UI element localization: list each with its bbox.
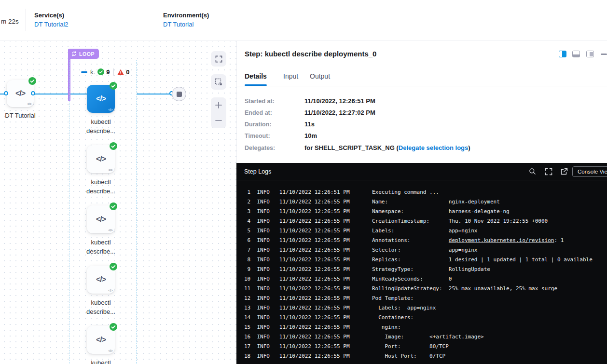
log-message: Selector: app=nginx — [372, 247, 478, 253]
count-divider — [113, 68, 114, 76]
log-line: 7 INFO 11/10/2022 12:26:55 PM Selector: … — [244, 245, 607, 255]
minimize-panel-button[interactable] — [601, 54, 607, 55]
tab-input[interactable]: Input — [283, 72, 298, 80]
step-details-panel: Step: kubectl describe deployments_0 Det… — [236, 41, 607, 163]
success-badge-icon — [110, 142, 117, 150]
layout-right-panel-button[interactable] — [559, 51, 566, 57]
tab-details[interactable]: Details — [245, 72, 267, 80]
detail-label: Duration: — [245, 121, 272, 128]
zoom-out-button[interactable] — [215, 117, 222, 124]
log-line: 5 INFO 11/10/2022 12:26:55 PM Labels: ap… — [244, 226, 607, 236]
log-line: 12 INFO 11/10/2022 12:26:55 PM Pod Templ… — [244, 294, 607, 303]
script-step-icon: </> — [96, 155, 106, 163]
pipeline-graph-canvas[interactable]: </> </> DT Tutorial LOOP k. 9 0 </> </> — [0, 41, 236, 364]
service-link[interactable]: DT Tutorial2 — [34, 21, 69, 28]
open-in-new-tab-icon[interactable] — [560, 168, 568, 175]
log-message: Image: <+artifact.image> — [372, 334, 484, 340]
log-line-prefix: 7 INFO 11/10/2022 12:26:55 PM — [244, 247, 372, 253]
log-line: 11 INFO 11/10/2022 12:26:55 PM RollingUp… — [244, 284, 607, 294]
step-node-kubectl-describe-0[interactable]: </> </> — [87, 85, 115, 113]
step-node-kubectl-describe-4[interactable]: </> </> — [87, 326, 115, 354]
success-badge-icon — [28, 77, 36, 85]
step-title: Step: kubectl describe deployments_0 — [245, 50, 376, 58]
log-line: 4 INFO 11/10/2022 12:26:55 PM CreationTi… — [244, 216, 607, 226]
log-line: 10 INFO 11/10/2022 12:26:55 PM MinReadyS… — [244, 274, 607, 284]
environment-link[interactable]: DT Tutorial — [163, 21, 193, 28]
script-step-icon: </> — [96, 215, 106, 224]
marquee-select-button[interactable] — [211, 74, 226, 90]
step-node-kubectl-describe-3[interactable]: </> </> — [87, 266, 115, 294]
layout-fill — [590, 52, 593, 56]
delegate-selection-logs-link[interactable]: Delegate selection logs — [399, 144, 469, 151]
log-line: 15 INFO 11/10/2022 12:26:55 PM nginx: — [244, 323, 607, 332]
log-line: 17 INFO 11/10/2022 12:26:55 PM Port: 80/… — [244, 342, 607, 351]
success-badge-icon — [110, 82, 117, 90]
log-message: Labels: app=nginx — [372, 228, 478, 234]
log-line-prefix: 14 INFO 11/10/2022 12:26:55 PM — [244, 314, 372, 321]
log-body: 1 INFO 11/10/2022 12:26:51 PM Executing … — [236, 180, 607, 364]
layout-right-column-button[interactable] — [586, 51, 594, 57]
collapse-group-button[interactable] — [81, 71, 87, 73]
stage-duration: m 22s — [1, 18, 19, 25]
harness-pipeline-execution-view: { "icons": { "code": "</>" }, "colors": … — [0, 0, 607, 364]
group-name: k. — [90, 68, 95, 76]
log-line: 8 INFO 11/10/2022 12:26:55 PM Replicas: … — [244, 255, 607, 265]
loop-badge[interactable]: LOOP — [68, 49, 99, 59]
layout-bottom-panel-button[interactable] — [572, 51, 580, 57]
zoom-controls — [211, 97, 226, 128]
step-logs-header: Step Logs Console View — [236, 163, 607, 180]
success-badge-icon — [110, 263, 117, 270]
layout-fill — [573, 54, 579, 57]
step-node-kubectl-describe-1[interactable]: </> </> — [87, 145, 115, 173]
fullscreen-canvas-button[interactable] — [211, 51, 226, 67]
step-label: kubectldescribe... — [78, 358, 124, 364]
script-step-icon: </> — [96, 94, 106, 103]
script-watermark-icon: </> — [108, 349, 112, 352]
log-message: : 1 — [554, 237, 564, 243]
log-line-prefix: 12 INFO 11/10/2022 12:26:55 PM — [244, 295, 372, 301]
zoom-in-button[interactable] — [215, 101, 222, 109]
script-watermark-icon: </> — [108, 168, 112, 172]
log-line-prefix: 13 INFO 11/10/2022 12:26:55 PM — [244, 305, 372, 311]
environments-label: Environment(s) — [163, 12, 209, 19]
services-label: Service(s) — [34, 12, 64, 19]
log-line-prefix: 5 INFO 11/10/2022 12:26:55 PM — [244, 228, 372, 234]
warning-count-icon — [117, 69, 124, 75]
delegates-prefix: for SHELL_SCRIPT_TASK_NG ( — [304, 144, 399, 151]
script-step-icon: </> — [15, 89, 25, 98]
log-message: RollingUpdateStrategy: 25% max unavailab… — [372, 285, 557, 292]
log-line: 6 INFO 11/10/2022 12:26:55 PM Annotation… — [244, 236, 607, 245]
log-message: Name: nginx-deployment — [372, 199, 500, 205]
connector-line — [137, 94, 172, 94]
log-line: 2 INFO 11/10/2022 12:26:55 PM Name: ngin… — [244, 197, 607, 207]
search-logs-icon[interactable] — [529, 168, 536, 175]
warning-count: 0 — [126, 68, 129, 76]
detail-value: 11/10/2022, 12:27:02 PM — [304, 109, 375, 116]
log-message: Replicas: 1 desired | 1 updated | 1 tota… — [372, 256, 593, 263]
log-link[interactable]: deployment.kubernetes.io/revision — [449, 237, 554, 243]
layout-fill — [562, 51, 566, 57]
start-step-node[interactable]: </> </> — [7, 80, 34, 107]
step-node-kubectl-describe-2[interactable]: </> </> — [87, 205, 115, 233]
log-line-prefix: 10 INFO 11/10/2022 12:26:55 PM — [244, 276, 372, 282]
log-message: Namespace: harness-delegate-ng — [372, 208, 510, 215]
fullscreen-logs-icon[interactable] — [545, 168, 552, 175]
tab-output[interactable]: Output — [310, 72, 330, 80]
delegates-suffix: ) — [468, 144, 470, 151]
log-line: 18 INFO 11/10/2022 12:26:55 PM Host Port… — [244, 351, 607, 361]
log-line-prefix: 8 INFO 11/10/2022 12:26:55 PM — [244, 256, 372, 263]
script-watermark-icon: </> — [108, 108, 112, 111]
log-line: 1 INFO 11/10/2022 12:26:51 PM Executing … — [244, 188, 607, 197]
log-message: Port: 80/TCP — [372, 343, 449, 350]
log-line-prefix: 1 INFO 11/10/2022 12:26:51 PM — [244, 189, 372, 195]
detail-label: Ended at: — [245, 109, 272, 116]
console-view-button[interactable]: Console View — [572, 166, 607, 177]
delegates-label: Delegates: — [245, 145, 275, 151]
log-line: 14 INFO 11/10/2022 12:26:55 PM Container… — [244, 313, 607, 323]
pipeline-end-node[interactable] — [172, 87, 186, 101]
tabs-divider — [237, 86, 607, 86]
step-label: kubectldescribe... — [78, 238, 124, 256]
success-badge-icon — [110, 323, 117, 331]
log-message: Executing command ... — [372, 189, 439, 195]
log-line: 9 INFO 11/10/2022 12:26:55 PM StrategyTy… — [244, 265, 607, 274]
